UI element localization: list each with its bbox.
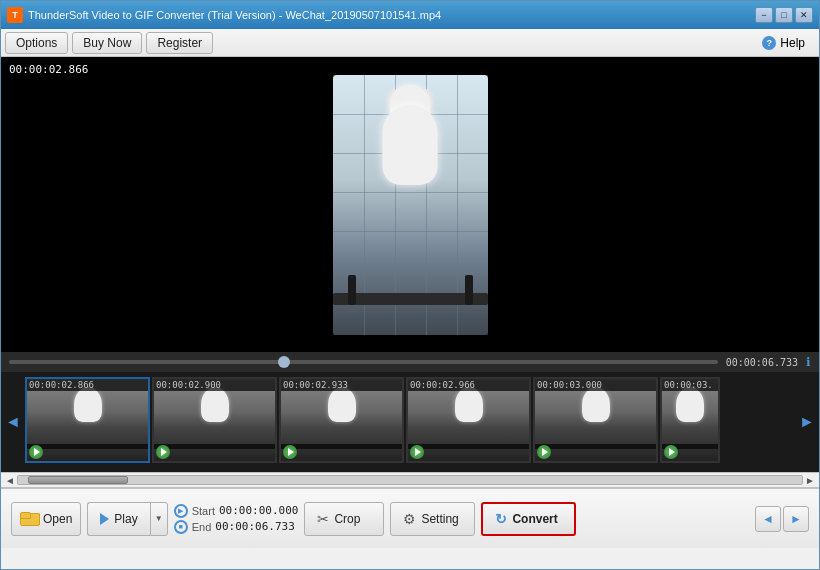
title-bar: T ThunderSoft Video to GIF Converter (Tr… [1,1,819,29]
thumbnail-play-triangle [415,448,421,456]
start-time-icon: ▶ [174,504,188,518]
dog-body [383,105,438,185]
end-time-icon: ■ [174,520,188,534]
dog-table [333,293,488,305]
open-button[interactable]: Open [11,502,81,536]
start-time-row: ▶ Start 00:00:00.000 [174,504,299,518]
crop-button[interactable]: ✂ Crop [304,502,384,536]
thumbnail-table [154,444,275,449]
end-time-row: ■ End 00:00:06.733 [174,520,299,534]
end-time-value: 00:00:06.733 [215,520,294,533]
window-title: ThunderSoft Video to GIF Converter (Tria… [28,9,755,21]
current-time-display: 00:00:02.866 [9,63,88,76]
thumbnail-item[interactable]: 00:00:03.000 [533,377,658,463]
scroll-track[interactable] [17,475,803,485]
thumbnail-dog-shape [582,387,610,422]
video-area: 00:00:02.866 [1,57,819,352]
scrubber-track[interactable] [9,360,718,364]
thumbnail-dog-shape [328,387,356,422]
thumbnail-item[interactable]: 00:00:02.933 [279,377,404,463]
play-icon [100,513,109,525]
thumbnail-play-triangle [542,448,548,456]
app-window: T ThunderSoft Video to GIF Converter (Tr… [0,0,820,570]
thumbnail-preview [535,379,656,461]
convert-button[interactable]: ↻ Convert [481,502,576,536]
setting-button[interactable]: ⚙ Setting [390,502,475,536]
folder-icon [20,512,38,526]
convert-icon: ↻ [495,511,507,527]
thumbnail-dog-shape [74,387,102,422]
play-label: Play [114,512,137,526]
thumbnail-table [281,444,402,449]
thumbnail-table [408,444,529,449]
convert-label: Convert [512,512,557,526]
app-icon: T [7,7,23,23]
open-label: Open [43,512,72,526]
thumbnail-item[interactable]: 00:00:02.900 [152,377,277,463]
maximize-button[interactable]: □ [775,7,793,23]
thumbnail-preview [281,379,402,461]
nav-next-button[interactable]: ► [783,506,809,532]
thumbnail-play-icon [283,445,297,459]
thumbnail-time: 00:00:02.966 [408,379,529,391]
crop-label: Crop [334,512,360,526]
play-dropdown-button[interactable]: ▼ [150,502,168,536]
thumbnail-play-icon [664,445,678,459]
video-frame [333,75,488,335]
menu-bar: Options Buy Now Register ? Help [1,29,819,57]
close-button[interactable]: ✕ [795,7,813,23]
thumbnail-play-icon [410,445,424,459]
navigation-group: ◄ ► [755,506,809,532]
end-label: End [192,521,212,533]
thumbnail-preview [408,379,529,461]
thumbnail-time: 00:00:03. [662,379,718,391]
thumbnail-play-triangle [161,448,167,456]
thumbnail-time: 00:00:03.000 [535,379,656,391]
setting-label: Setting [421,512,458,526]
options-menu[interactable]: Options [5,32,68,54]
help-label: Help [780,36,805,50]
info-icon[interactable]: ℹ [806,355,811,369]
thumbnail-play-icon [156,445,170,459]
thumbnail-table [27,444,148,449]
thumbnail-time: 00:00:02.933 [281,379,402,391]
thumbnail-play-triangle [669,448,675,456]
thumbnail-dog-shape [676,387,704,422]
thumb-nav-right-button[interactable]: ► [795,376,819,468]
thumbnail-item[interactable]: 00:00:02.866 [25,377,150,463]
crop-icon: ✂ [317,511,329,527]
thumbnail-item[interactable]: 00:00:02.966 [406,377,531,463]
thumbnail-play-triangle [288,448,294,456]
thumb-nav-left-button[interactable]: ◄ [1,376,25,468]
play-button-group: Play ▼ [87,502,167,536]
thumbnail-dog-shape [455,387,483,422]
thumbnail-play-icon [537,445,551,459]
time-controls: ▶ Start 00:00:00.000 ■ End 00:00:06.733 [174,504,299,534]
play-button[interactable]: Play [87,502,149,536]
thumbnail-table [535,444,656,449]
thumbnail-preview [154,379,275,461]
scrubber-thumb[interactable] [278,356,290,368]
scrubber-area: 00:00:06.733 ℹ [1,352,819,372]
window-controls: − □ ✕ [755,7,813,23]
nav-prev-button[interactable]: ◄ [755,506,781,532]
gear-icon: ⚙ [403,511,416,527]
thumbnail-item-partial[interactable]: 00:00:03. [660,377,720,463]
thumbnail-dog-shape [201,387,229,422]
video-preview [333,75,488,335]
total-time-display: 00:00:06.733 [726,357,798,368]
thumbnail-time: 00:00:02.900 [154,379,275,391]
scroll-left-arrow[interactable]: ◄ [5,475,15,486]
register-menu[interactable]: Register [146,32,213,54]
help-icon: ? [762,36,776,50]
buynow-menu[interactable]: Buy Now [72,32,142,54]
thumbnail-scrollbar: ◄ ► [1,472,819,488]
scroll-thumb[interactable] [28,476,128,484]
minimize-button[interactable]: − [755,7,773,23]
help-button[interactable]: ? Help [752,33,815,53]
scroll-right-arrow[interactable]: ► [805,475,815,486]
thumbnail-play-icon [29,445,43,459]
thumbnail-play-triangle [34,448,40,456]
thumbnail-time: 00:00:02.866 [27,379,148,391]
start-label: Start [192,505,215,517]
